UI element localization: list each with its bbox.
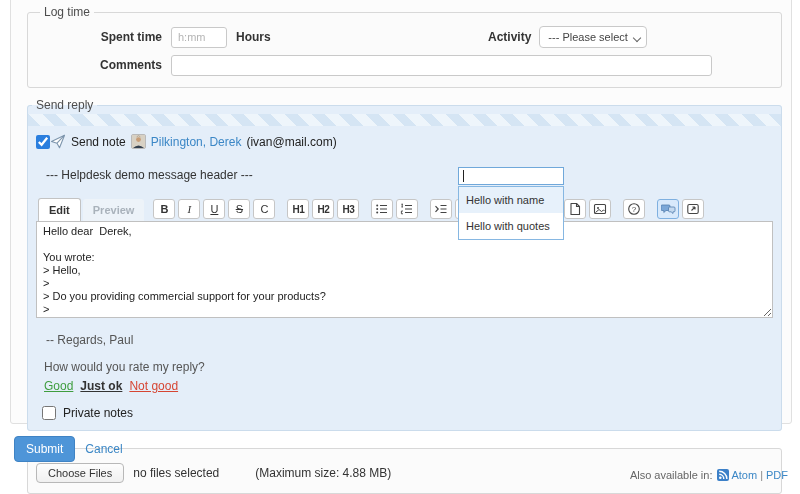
fullscreen-icon[interactable] xyxy=(682,199,704,219)
send-icon xyxy=(50,134,66,149)
heading1-button[interactable]: H1 xyxy=(287,199,309,219)
svg-text:?: ? xyxy=(632,205,637,214)
toolbar-group-help: ? xyxy=(623,199,648,221)
files-fieldset: Files Choose Files no files selected (Ma… xyxy=(27,441,782,494)
hours-suffix: Hours xyxy=(236,30,271,44)
format-separator: | xyxy=(760,469,763,481)
no-files-text: no files selected xyxy=(133,466,219,480)
tab-edit[interactable]: Edit xyxy=(38,198,81,221)
image-icon[interactable] xyxy=(589,199,611,219)
cancel-link[interactable]: Cancel xyxy=(85,442,122,456)
issue-update-page: Log time Spent time Hours Activity --- P… xyxy=(0,0,800,494)
send-note-checkbox[interactable] xyxy=(36,135,50,149)
toolbar-group-lists xyxy=(371,199,421,221)
reply-signature: -- Regards, Paul xyxy=(46,333,773,347)
form-actions: Submit Cancel xyxy=(14,436,123,462)
underline-button[interactable]: U xyxy=(203,199,225,219)
rating-question: How would you rate my reply? xyxy=(44,360,773,374)
send-reply-body: Send note Pilkington, Derek (ivan@mail.c… xyxy=(28,134,781,420)
canned-response-icon[interactable] xyxy=(657,199,679,219)
send-note-label: Send note xyxy=(71,135,126,149)
also-available-label: Also available in: xyxy=(630,469,713,481)
send-reply-fieldset: Send reply Send note xyxy=(27,98,782,431)
toolbar-group-headings: H1 H2 H3 xyxy=(287,199,362,221)
atom-feed-icon xyxy=(717,469,729,481)
private-notes-row: Private notes xyxy=(42,406,773,420)
recipient-avatar xyxy=(131,134,146,149)
recipient-email: (ivan@mail.com) xyxy=(246,135,336,149)
private-notes-label: Private notes xyxy=(63,406,133,420)
comments-row: Comments xyxy=(36,53,773,77)
rating-links: GoodJust okNot good xyxy=(44,379,773,393)
unordered-list-icon[interactable] xyxy=(371,199,393,219)
tab-preview[interactable]: Preview xyxy=(83,199,145,221)
option-hello-with-name[interactable]: Hello with name xyxy=(459,187,563,213)
inline-code-button[interactable]: C xyxy=(253,199,275,219)
send-note-row: Send note Pilkington, Derek (ivan@mail.c… xyxy=(36,134,773,149)
spent-time-label: Spent time xyxy=(36,30,162,44)
submit-button[interactable]: Submit xyxy=(14,436,75,462)
rate-not-good-link[interactable]: Not good xyxy=(129,379,178,393)
header-stripes-band xyxy=(28,114,781,126)
toolbar-group-insert xyxy=(564,199,614,221)
toolbar-group-helpdesk xyxy=(657,199,707,221)
activity-label: Activity xyxy=(488,30,531,44)
send-reply-legend: Send reply xyxy=(32,98,97,112)
option-hello-with-quotes[interactable]: Hello with quotes xyxy=(459,213,563,239)
toolbar-group-inline: B I U S C xyxy=(153,199,278,221)
helpdesk-message-header: --- Helpdesk demo message header --- xyxy=(46,168,773,182)
reply-textarea[interactable]: Hello dear Derek, You wrote: > Hello, > … xyxy=(36,221,773,318)
spent-time-row: Spent time Hours Activity --- Please sel… xyxy=(36,25,773,49)
choose-files-button[interactable]: Choose Files xyxy=(36,463,124,483)
canned-response-options: Hello with name Hello with quotes xyxy=(458,186,564,240)
pdf-link[interactable]: PDF xyxy=(766,469,788,481)
ordered-list-icon[interactable] xyxy=(396,199,418,219)
rate-good-link[interactable]: Good xyxy=(44,379,73,393)
help-icon[interactable]: ? xyxy=(623,199,645,219)
comments-label: Comments xyxy=(36,58,162,72)
log-time-fieldset: Log time Spent time Hours Activity --- P… xyxy=(27,5,782,88)
heading3-button[interactable]: H3 xyxy=(337,199,359,219)
other-formats-bar: Also available in: Atom | PDF xyxy=(630,469,790,481)
canned-response-dropdown: Hello with name Hello with quotes xyxy=(458,167,564,240)
strikethrough-button[interactable]: S xyxy=(228,199,250,219)
canned-response-search-input[interactable] xyxy=(458,167,564,185)
private-notes-checkbox[interactable] xyxy=(42,406,56,420)
heading2-button[interactable]: H2 xyxy=(312,199,334,219)
recipient-name-link[interactable]: Pilkington, Derek xyxy=(151,135,242,149)
bold-button[interactable]: B xyxy=(153,199,175,219)
log-time-legend: Log time xyxy=(40,5,94,19)
update-form-panel: Log time Spent time Hours Activity --- P… xyxy=(10,0,792,424)
italic-button[interactable]: I xyxy=(178,199,200,219)
max-size-text: (Maximum size: 4.88 MB) xyxy=(255,466,391,480)
text-caret xyxy=(463,170,464,182)
atom-link[interactable]: Atom xyxy=(731,469,757,481)
comments-input[interactable] xyxy=(171,55,712,76)
rate-just-ok-link[interactable]: Just ok xyxy=(80,379,122,393)
wiki-toolbar: Edit Preview B I U S C H1 H2 H3 xyxy=(38,197,773,221)
activity-select[interactable]: --- Please select --- xyxy=(539,26,647,48)
activity-select-wrap: --- Please select --- xyxy=(539,26,647,48)
document-icon[interactable] xyxy=(564,199,586,219)
activity-group: Activity --- Please select --- xyxy=(488,26,647,48)
spent-time-input[interactable] xyxy=(171,27,227,48)
indent-icon[interactable] xyxy=(430,199,452,219)
